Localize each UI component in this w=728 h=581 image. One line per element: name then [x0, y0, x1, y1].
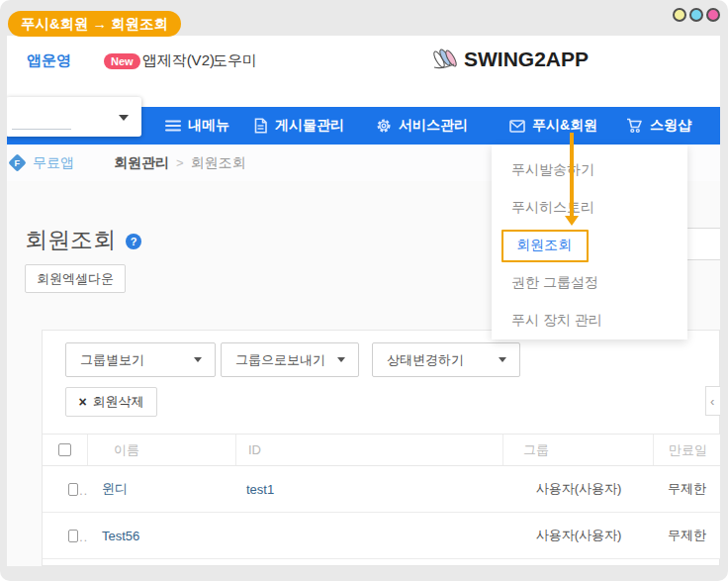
- member-expiry: 무제한: [654, 527, 720, 544]
- new-badge: New: [104, 53, 140, 69]
- group-send-label: 그룹으로보내기: [235, 351, 337, 369]
- tab-app-maker[interactable]: New 앱제작(V2): [104, 51, 215, 70]
- x-icon: ×: [78, 395, 86, 409]
- panel-collapse-button[interactable]: ‹: [705, 386, 720, 416]
- member-group: 사용자(사용자): [503, 480, 654, 498]
- guide-arrow-head: [565, 216, 579, 226]
- window-control-minimize[interactable]: [673, 8, 686, 22]
- column-expiry: 만료일: [654, 435, 720, 465]
- member-expiry: 무제한: [654, 480, 720, 498]
- chevron-down-icon: [337, 357, 345, 362]
- app-select-underline: [12, 129, 71, 130]
- free-app-icon: F: [8, 153, 26, 171]
- gear-icon: [376, 118, 392, 134]
- member-group: 사용자(사용자): [503, 527, 654, 544]
- breadcrumb-app-type[interactable]: 무료앱: [33, 154, 74, 172]
- tab-app-operation[interactable]: 앱운영: [27, 51, 71, 70]
- nav-item-label: 서비스관리: [399, 117, 468, 135]
- nav-item-services[interactable]: 서비스관리: [376, 107, 468, 145]
- chevron-down-icon: [119, 115, 129, 121]
- select-all-checkbox[interactable]: [58, 443, 71, 456]
- help-icon[interactable]: ?: [126, 234, 141, 249]
- chevron-down-icon: [499, 357, 506, 362]
- group-view-label: 그룹별보기: [80, 351, 194, 369]
- member-id-link[interactable]: test1: [246, 482, 274, 497]
- push-member-dropdown-menu: 푸시발송하기 푸시히스토리 회원조회 권한 그룹설정 푸시 장치 관리: [492, 145, 687, 339]
- column-name: 이름: [88, 435, 236, 465]
- cart-icon: [626, 118, 643, 134]
- nav-item-posts[interactable]: 게시물관리: [253, 107, 344, 145]
- guide-badge: 푸시&회원 → 회원조회: [8, 11, 181, 37]
- nav-item-label: 게시물관리: [275, 117, 344, 135]
- status-change-label: 상태변경하기: [387, 351, 499, 369]
- logo[interactable]: SWING2APP: [430, 44, 589, 75]
- feather-logo-icon: [430, 44, 464, 75]
- nav-item-label: 내메뉴: [188, 117, 229, 135]
- row-overflow-dots: ..: [79, 531, 88, 544]
- nav-item-label: 푸시&회원: [532, 117, 597, 135]
- table-row: .. 윈디 test1 사용자(사용자) 무제한: [43, 466, 720, 513]
- excel-download-button[interactable]: 회원엑셀다운: [25, 264, 126, 293]
- group-view-dropdown[interactable]: 그룹별보기: [65, 342, 216, 377]
- menu-item-push-history[interactable]: 푸시히스토리: [492, 189, 687, 227]
- table-row: .. Test56 사용자(사용자) 무제한: [43, 513, 720, 559]
- member-list-card: 그룹별보기 그룹으로보내기 상태변경하기 × 회원삭제: [42, 330, 720, 566]
- group-send-dropdown[interactable]: 그룹으로보내기: [221, 342, 359, 377]
- window-control-close[interactable]: [706, 8, 720, 22]
- delete-member-button[interactable]: × 회원삭제: [65, 387, 157, 417]
- tab-help[interactable]: 도우미: [213, 51, 257, 70]
- document-icon: [253, 118, 268, 134]
- highlight-box: 회원조회: [501, 230, 589, 262]
- menu-item-member-lookup[interactable]: 회원조회: [492, 227, 687, 264]
- column-id: ID: [236, 435, 503, 465]
- main-navbar: 내메뉴 게시물관리: [7, 107, 720, 145]
- tab-app-maker-label: 앱제작(V2): [142, 51, 215, 70]
- hamburger-menu-icon: [165, 119, 181, 133]
- delete-member-label: 회원삭제: [93, 393, 144, 411]
- breadcrumb-separator: >: [176, 155, 184, 170]
- status-change-dropdown[interactable]: 상태변경하기: [372, 342, 520, 377]
- window-controls: [673, 8, 720, 22]
- chevron-left-icon: ‹: [710, 394, 714, 409]
- row-checkbox[interactable]: [68, 530, 78, 542]
- app-select-dropdown[interactable]: [7, 97, 141, 137]
- chevron-down-icon: [194, 357, 202, 362]
- logo-text: SWING2APP: [464, 48, 589, 71]
- nav-item-swing-shop[interactable]: 스윙샵: [626, 107, 691, 145]
- menu-item-push-devices[interactable]: 푸시 장치 관리: [492, 302, 687, 339]
- nav-item-label: 스윙샵: [650, 117, 691, 135]
- table-header: 이름 ID 그룹 만료일: [43, 434, 720, 466]
- mail-icon: [509, 120, 525, 133]
- menu-item-permission-group[interactable]: 권한 그룹설정: [492, 264, 687, 302]
- nav-item-my-menu[interactable]: 내메뉴: [165, 107, 229, 145]
- column-group: 그룹: [503, 435, 654, 465]
- breadcrumb-section[interactable]: 회원관리: [114, 154, 169, 172]
- nav-item-push-members[interactable]: 푸시&회원: [509, 107, 597, 145]
- page-title: 회원조회 ?: [25, 225, 141, 255]
- member-table: 이름 ID 그룹 만료일 .. 윈디 test1 사용자(사용자) 무제한: [43, 434, 720, 559]
- app-window: 푸시&회원 → 회원조회 앱운영 New 앱제작(V2) 도우미 SW: [0, 0, 728, 581]
- member-name-link[interactable]: Test56: [102, 529, 139, 543]
- guide-arrow-line: [570, 133, 574, 217]
- row-overflow-dots: ..: [79, 484, 88, 498]
- member-name-link[interactable]: 윈디: [102, 481, 128, 496]
- menu-item-push-send[interactable]: 푸시발송하기: [492, 151, 687, 189]
- window-control-maximize[interactable]: [689, 8, 703, 22]
- breadcrumb-current: 회원조회: [191, 154, 246, 172]
- row-checkbox[interactable]: [68, 483, 78, 496]
